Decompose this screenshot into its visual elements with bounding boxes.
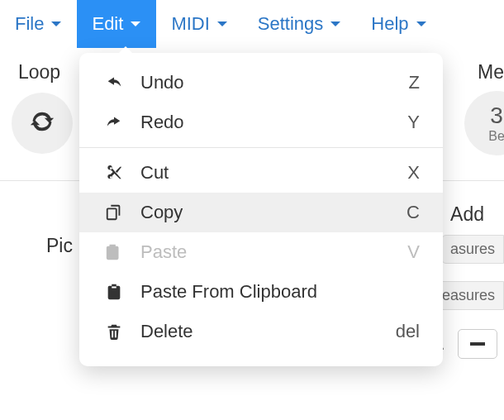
menu-settings-label: Settings xyxy=(258,13,324,35)
menu-item-redo[interactable]: Redo Y xyxy=(79,103,443,142)
menu-separator xyxy=(79,147,443,148)
menu-item-paste: Paste V xyxy=(79,232,443,272)
menu-item-paste-clipboard[interactable]: Paste From Clipboard xyxy=(79,272,443,312)
measures-pill-2[interactable]: easures xyxy=(433,281,504,310)
caret-down-icon xyxy=(130,20,141,28)
pickup-label-fragment: Pic xyxy=(46,235,73,257)
menu-item-shortcut: V xyxy=(407,241,420,263)
caret-down-icon xyxy=(416,20,427,28)
menu-item-cut[interactable]: Cut X xyxy=(79,153,443,193)
minus-icon xyxy=(470,342,485,346)
trash-icon xyxy=(99,322,129,341)
menu-item-label: Delete xyxy=(140,321,386,342)
menu-item-shortcut: Z xyxy=(409,72,420,93)
right-header-fragment: Me xyxy=(478,61,504,84)
menu-midi-label: MIDI xyxy=(171,13,209,35)
menu-file[interactable]: File xyxy=(0,0,77,48)
dropdown-pointer xyxy=(116,45,136,55)
menu-edit[interactable]: Edit xyxy=(77,0,156,48)
menubar: File Edit MIDI Settings Help xyxy=(0,0,504,48)
redo-icon xyxy=(99,113,129,131)
measures-pill-1[interactable]: asures xyxy=(441,235,504,264)
caret-down-icon xyxy=(50,20,62,28)
menu-item-label: Paste From Clipboard xyxy=(140,281,410,303)
paste-icon xyxy=(99,243,129,261)
loop-label: Loop xyxy=(18,61,60,84)
menu-midi[interactable]: MIDI xyxy=(156,0,242,48)
svg-marker-0 xyxy=(116,46,136,56)
menu-settings[interactable]: Settings xyxy=(243,0,357,48)
refresh-icon xyxy=(28,107,56,139)
decrement-button[interactable] xyxy=(458,329,497,359)
scissors-icon xyxy=(99,164,129,182)
meter-main: 3 xyxy=(490,103,503,129)
menu-item-shortcut: C xyxy=(407,202,420,223)
menu-item-shortcut: del xyxy=(396,321,420,342)
menu-help[interactable]: Help xyxy=(356,0,441,48)
caret-down-icon xyxy=(216,20,228,28)
meter-sub: Be xyxy=(488,129,504,144)
edit-dropdown: Undo Z Redo Y Cut X Copy C Paste V xyxy=(79,53,443,366)
menu-item-label: Cut xyxy=(140,162,397,184)
menu-item-copy[interactable]: Copy C xyxy=(79,193,443,232)
meter-button[interactable]: 3 Be xyxy=(464,91,504,155)
menu-item-label: Copy xyxy=(140,202,397,223)
menu-item-label: Paste xyxy=(140,241,397,263)
copy-icon xyxy=(99,203,129,222)
menu-file-label: File xyxy=(15,13,44,35)
undo-icon xyxy=(99,74,129,92)
menu-edit-label: Edit xyxy=(92,13,123,35)
menu-item-label: Redo xyxy=(140,112,397,133)
loop-button[interactable] xyxy=(12,93,73,154)
menu-help-label: Help xyxy=(371,13,408,35)
menu-item-shortcut: Y xyxy=(407,112,420,133)
menu-item-undo[interactable]: Undo Z xyxy=(79,63,443,103)
caret-down-icon xyxy=(330,20,341,28)
add-label: Add xyxy=(450,203,484,226)
clipboard-icon xyxy=(99,283,129,301)
menu-item-shortcut: X xyxy=(407,162,420,184)
menu-item-delete[interactable]: Delete del xyxy=(79,312,443,351)
menu-item-label: Undo xyxy=(140,72,399,93)
